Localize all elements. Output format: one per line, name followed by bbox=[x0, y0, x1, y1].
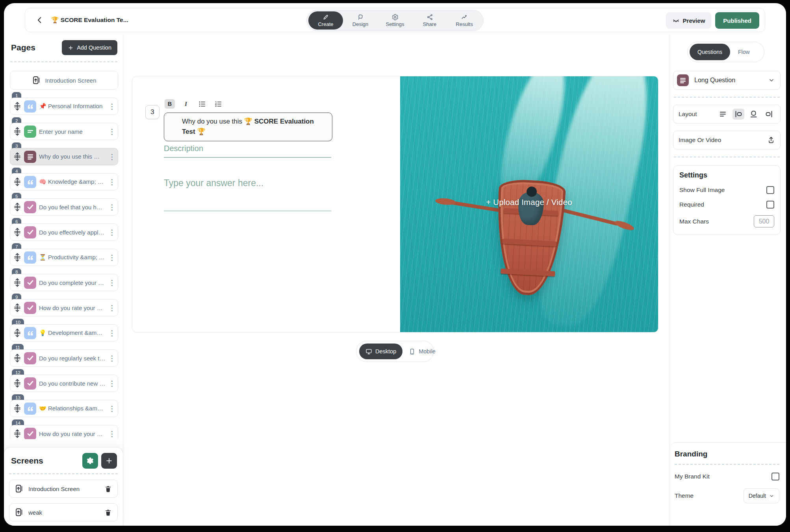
nav-tab-settings[interactable]: Settings bbox=[378, 11, 412, 30]
question-editor-card: 3 B I Why do you use this 🏆 SCORE Evalua… bbox=[132, 76, 658, 332]
drag-handle-icon[interactable] bbox=[13, 379, 21, 388]
drag-handle-icon[interactable] bbox=[13, 203, 21, 211]
answer-underline bbox=[164, 211, 331, 211]
description-placeholder[interactable]: Description bbox=[164, 144, 203, 153]
question-item-7[interactable]: 7 ⏳ Productivity &amp; Ti... ⋮ bbox=[10, 249, 118, 266]
image-or-video-row[interactable]: Image Or Video bbox=[673, 131, 781, 150]
checkbox-question-icon bbox=[24, 428, 36, 440]
ordered-list-button[interactable] bbox=[213, 99, 223, 109]
theme-select[interactable]: Default bbox=[744, 488, 779, 503]
max-chars-input[interactable] bbox=[754, 215, 774, 227]
bullet-list-button[interactable] bbox=[197, 99, 207, 109]
kebab-menu-icon[interactable]: ⋮ bbox=[108, 429, 115, 438]
kebab-menu-icon[interactable]: ⋮ bbox=[108, 203, 115, 212]
upload-icon[interactable] bbox=[767, 136, 775, 144]
question-text-editor[interactable]: Why do you use this 🏆 SCORE Evaluation T… bbox=[164, 113, 332, 141]
share-icon bbox=[427, 14, 433, 20]
quote-question-icon bbox=[24, 327, 36, 339]
required-checkbox[interactable] bbox=[766, 201, 774, 209]
drag-handle-icon[interactable] bbox=[13, 152, 21, 161]
question-item-13[interactable]: 13 🤝 Relationships &amp; C... ⋮ bbox=[10, 400, 118, 417]
question-item-9[interactable]: 9 How do you rate your abili... ⋮ bbox=[10, 299, 118, 316]
drag-handle-icon[interactable] bbox=[13, 354, 21, 362]
published-button[interactable]: Published bbox=[715, 12, 759, 29]
upload-image-video-label[interactable]: + Upload Image / Video bbox=[400, 198, 658, 207]
layout-image-top-button[interactable] bbox=[748, 109, 760, 120]
question-item-6[interactable]: 6 Do you effectively apply y... ⋮ bbox=[10, 224, 118, 241]
bold-button[interactable]: B bbox=[165, 99, 175, 109]
drag-handle-icon[interactable] bbox=[13, 303, 21, 312]
question-item-11[interactable]: 11 Do you regularly seek to a... ⋮ bbox=[10, 349, 118, 367]
layout-row: Layout bbox=[673, 105, 781, 124]
tab-flow[interactable]: Flow bbox=[730, 44, 758, 60]
question-item-5[interactable]: 5 Do you feel that you have ... ⋮ bbox=[10, 198, 118, 216]
screen-icon bbox=[14, 508, 24, 517]
add-screen-button[interactable] bbox=[101, 453, 117, 469]
drag-handle-icon[interactable] bbox=[13, 404, 21, 413]
nav-tab-results[interactable]: Results bbox=[447, 11, 482, 30]
drag-handle-icon[interactable] bbox=[13, 278, 21, 287]
divider bbox=[674, 157, 780, 157]
branding-section: Branding My Brand Kit Theme Default bbox=[670, 442, 786, 526]
drag-handle-icon[interactable] bbox=[13, 329, 21, 337]
mobile-toggle-button[interactable]: Mobile bbox=[402, 344, 442, 359]
description-underline bbox=[164, 157, 331, 158]
desktop-toggle-button[interactable]: Desktop bbox=[359, 344, 402, 359]
rower-person bbox=[517, 191, 544, 225]
my-brand-kit-checkbox[interactable] bbox=[771, 473, 779, 480]
answer-placeholder[interactable]: Type your answer here... bbox=[164, 178, 263, 188]
question-item-8[interactable]: 8 Do you complete your tas... ⋮ bbox=[10, 274, 118, 291]
main-nav: Create Design Settings Share Results bbox=[306, 10, 484, 31]
delete-screen-icon[interactable] bbox=[104, 485, 112, 493]
page-item-introduction-screen[interactable]: Introduction Screen bbox=[10, 71, 118, 90]
italic-button[interactable]: I bbox=[181, 99, 191, 109]
tab-questions[interactable]: Questions bbox=[690, 44, 730, 60]
screen-icon bbox=[14, 484, 24, 493]
drag-handle-icon[interactable] bbox=[13, 253, 21, 262]
back-button[interactable] bbox=[33, 13, 46, 27]
question-item-2[interactable]: 2 Enter your name ⋮ bbox=[10, 123, 118, 140]
question-image-upload-area[interactable]: + Upload Image / Video bbox=[400, 76, 658, 332]
kebab-menu-icon[interactable]: ⋮ bbox=[108, 127, 115, 136]
drag-handle-icon[interactable] bbox=[13, 228, 21, 236]
kebab-menu-icon[interactable]: ⋮ bbox=[108, 303, 115, 312]
editor-canvas-area: 3 B I Why do you use this 🏆 SCORE Evalua… bbox=[123, 35, 669, 526]
question-item-4[interactable]: 4 🧠 Knowledge &amp; Skills ⋮ bbox=[10, 173, 118, 190]
kebab-menu-icon[interactable]: ⋮ bbox=[108, 152, 115, 161]
kebab-menu-icon[interactable]: ⋮ bbox=[108, 354, 115, 363]
preview-button[interactable]: Preview bbox=[666, 12, 712, 29]
kebab-menu-icon[interactable]: ⋮ bbox=[108, 278, 115, 287]
question-item-12[interactable]: 12 Do you contribute new ide... ⋮ bbox=[10, 375, 118, 392]
question-item-1[interactable]: 1 📌 Personal Information ⋮ bbox=[10, 98, 118, 115]
kebab-menu-icon[interactable]: ⋮ bbox=[108, 379, 115, 388]
drag-handle-icon[interactable] bbox=[13, 429, 21, 438]
drag-handle-icon[interactable] bbox=[13, 177, 21, 186]
divider bbox=[9, 473, 118, 474]
screens-settings-button[interactable] bbox=[82, 453, 98, 469]
nav-tab-share[interactable]: Share bbox=[412, 11, 447, 30]
nav-tab-create[interactable]: Create bbox=[308, 11, 343, 30]
question-item-3-selected[interactable]: 3 Why do you use this 🏆 S... ⋮ bbox=[10, 148, 118, 165]
screen-item-weak[interactable]: weak bbox=[9, 503, 118, 521]
drag-handle-icon[interactable] bbox=[13, 127, 21, 136]
screen-item-introduction[interactable]: Introduction Screen bbox=[9, 480, 118, 498]
kebab-menu-icon[interactable]: ⋮ bbox=[108, 228, 115, 237]
layout-image-right-button[interactable] bbox=[763, 109, 775, 120]
kebab-menu-icon[interactable]: ⋮ bbox=[108, 404, 115, 413]
kebab-menu-icon[interactable]: ⋮ bbox=[108, 253, 115, 262]
question-item-10[interactable]: 10 💡 Development &amp; C... ⋮ bbox=[10, 324, 118, 342]
drag-handle-icon[interactable] bbox=[13, 102, 21, 111]
nav-tab-design[interactable]: Design bbox=[343, 11, 378, 30]
show-full-image-checkbox[interactable] bbox=[766, 186, 774, 194]
kebab-menu-icon[interactable]: ⋮ bbox=[108, 177, 115, 187]
layout-image-left-button[interactable] bbox=[733, 109, 744, 120]
delete-screen-icon[interactable] bbox=[104, 509, 112, 516]
question-type-select[interactable]: Long Question bbox=[673, 71, 781, 90]
kebab-menu-icon[interactable]: ⋮ bbox=[108, 102, 115, 111]
panel-tabs: Questions Flow bbox=[687, 42, 764, 62]
kebab-menu-icon[interactable]: ⋮ bbox=[108, 329, 115, 338]
question-item-14[interactable]: 14 How do you rate your abili... ⋮ bbox=[10, 425, 118, 439]
add-question-button[interactable]: Add Question bbox=[62, 40, 117, 55]
brush-icon bbox=[357, 14, 364, 20]
layout-text-only-button[interactable] bbox=[717, 109, 729, 120]
